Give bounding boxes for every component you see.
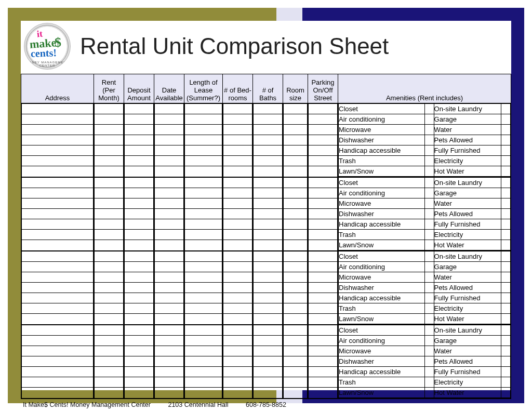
input-cell[interactable] bbox=[283, 103, 308, 177]
amenity-checkbox[interactable] bbox=[424, 325, 434, 336]
amenity-checkbox[interactable] bbox=[501, 188, 510, 198]
input-cell[interactable] bbox=[184, 177, 223, 251]
input-cell[interactable] bbox=[94, 177, 124, 251]
input-cell[interactable] bbox=[253, 177, 283, 251]
amenity-checkbox[interactable] bbox=[501, 135, 510, 145]
amenity-checkbox[interactable] bbox=[501, 325, 510, 336]
input-cell[interactable] bbox=[21, 325, 94, 399]
amenity-checkbox[interactable] bbox=[424, 336, 434, 346]
amenity-checkbox[interactable] bbox=[501, 166, 510, 177]
input-cell[interactable] bbox=[94, 251, 124, 325]
input-cell[interactable] bbox=[223, 177, 253, 251]
input-cell[interactable] bbox=[283, 177, 308, 251]
amenity-checkbox[interactable] bbox=[501, 336, 510, 346]
amenity-label: Garage bbox=[434, 114, 501, 125]
amenity-checkbox[interactable] bbox=[424, 388, 434, 398]
amenity-checkbox[interactable] bbox=[424, 293, 434, 303]
input-cell[interactable] bbox=[283, 325, 308, 399]
input-cell[interactable] bbox=[253, 251, 283, 325]
amenity-checkbox[interactable] bbox=[424, 198, 434, 209]
input-cell[interactable] bbox=[253, 103, 283, 177]
amenity-checkbox[interactable] bbox=[501, 251, 510, 262]
amenity-checkbox[interactable] bbox=[424, 209, 434, 219]
amenity-checkbox[interactable] bbox=[501, 240, 510, 250]
amenity-checkbox[interactable] bbox=[424, 219, 434, 230]
amenity-checkbox[interactable] bbox=[501, 209, 510, 219]
amenity-checkbox[interactable] bbox=[501, 114, 510, 125]
amenity-checkbox[interactable] bbox=[501, 314, 510, 324]
amenity-checkbox[interactable] bbox=[501, 367, 510, 377]
col-deposit: Deposit Amount bbox=[124, 74, 154, 103]
amenity-checkbox[interactable] bbox=[424, 125, 434, 135]
input-cell[interactable] bbox=[223, 325, 253, 399]
amenity-checkbox[interactable] bbox=[424, 230, 434, 240]
input-cell[interactable] bbox=[94, 103, 124, 177]
amenity-checkbox[interactable] bbox=[424, 145, 434, 156]
input-cell[interactable] bbox=[21, 251, 94, 325]
amenity-checkbox[interactable] bbox=[424, 178, 434, 188]
amenity-checkbox[interactable] bbox=[501, 293, 510, 303]
input-cell[interactable] bbox=[253, 325, 283, 399]
unit-row: ClosetOn-site LaundryAir conditioningGar… bbox=[21, 325, 511, 399]
input-cell[interactable] bbox=[21, 103, 94, 177]
input-cell[interactable] bbox=[184, 325, 223, 399]
amenity-checkbox[interactable] bbox=[424, 156, 434, 166]
col-roomsize: Room size bbox=[283, 74, 308, 103]
amenity-checkbox[interactable] bbox=[501, 219, 510, 230]
amenity-checkbox[interactable] bbox=[424, 240, 434, 250]
input-cell[interactable] bbox=[154, 103, 184, 177]
amenity-checkbox[interactable] bbox=[424, 251, 434, 262]
input-cell[interactable] bbox=[124, 325, 154, 399]
amenity-checkbox[interactable] bbox=[501, 156, 510, 166]
amenity-checkbox[interactable] bbox=[501, 178, 510, 188]
input-cell[interactable] bbox=[124, 103, 154, 177]
input-cell[interactable] bbox=[184, 251, 223, 325]
input-cell[interactable] bbox=[223, 251, 253, 325]
input-cell[interactable] bbox=[154, 251, 184, 325]
input-cell[interactable] bbox=[308, 103, 338, 177]
input-cell[interactable] bbox=[154, 325, 184, 399]
amenity-checkbox[interactable] bbox=[501, 303, 510, 314]
amenity-checkbox[interactable] bbox=[424, 135, 434, 145]
input-cell[interactable] bbox=[283, 251, 308, 325]
amenity-checkbox[interactable] bbox=[424, 166, 434, 177]
col-lease: Length of Lease (Summer?) bbox=[184, 74, 223, 103]
amenity-checkbox[interactable] bbox=[501, 388, 510, 398]
input-cell[interactable] bbox=[124, 251, 154, 325]
input-cell[interactable] bbox=[21, 177, 94, 251]
amenity-checkbox[interactable] bbox=[424, 262, 434, 272]
amenity-checkbox[interactable] bbox=[501, 198, 510, 209]
amenity-checkbox[interactable] bbox=[501, 356, 510, 367]
amenity-checkbox[interactable] bbox=[501, 272, 510, 283]
amenity-checkbox[interactable] bbox=[501, 262, 510, 272]
amenity-checkbox[interactable] bbox=[501, 346, 510, 356]
amenity-checkbox[interactable] bbox=[424, 283, 434, 293]
amenity-checkbox[interactable] bbox=[424, 272, 434, 283]
amenity-checkbox[interactable] bbox=[424, 314, 434, 324]
amenity-checkbox[interactable] bbox=[501, 104, 510, 114]
amenity-checkbox[interactable] bbox=[424, 377, 434, 388]
amenity-checkbox[interactable] bbox=[424, 356, 434, 367]
input-cell[interactable] bbox=[308, 251, 338, 325]
input-cell[interactable] bbox=[308, 177, 338, 251]
input-cell[interactable] bbox=[308, 325, 338, 399]
amenity-label: Hot Water bbox=[434, 388, 501, 398]
amenity-checkbox[interactable] bbox=[424, 114, 434, 125]
input-cell[interactable] bbox=[124, 177, 154, 251]
input-cell[interactable] bbox=[223, 103, 253, 177]
input-cell[interactable] bbox=[184, 103, 223, 177]
amenity-checkbox[interactable] bbox=[501, 145, 510, 156]
amenity-checkbox[interactable] bbox=[424, 367, 434, 377]
amenity-checkbox[interactable] bbox=[501, 283, 510, 293]
amenities-cell: ClosetOn-site LaundryAir conditioningGar… bbox=[338, 177, 511, 251]
input-cell[interactable] bbox=[94, 325, 124, 399]
amenity-checkbox[interactable] bbox=[501, 377, 510, 388]
amenity-checkbox[interactable] bbox=[501, 125, 510, 135]
amenity-checkbox[interactable] bbox=[424, 303, 434, 314]
amenity-checkbox[interactable] bbox=[424, 104, 434, 114]
amenity-checkbox[interactable] bbox=[424, 346, 434, 356]
amenity-checkbox[interactable] bbox=[501, 230, 510, 240]
input-cell[interactable] bbox=[154, 177, 184, 251]
amenity-label: Air conditioning bbox=[339, 262, 425, 272]
amenity-checkbox[interactable] bbox=[424, 188, 434, 198]
